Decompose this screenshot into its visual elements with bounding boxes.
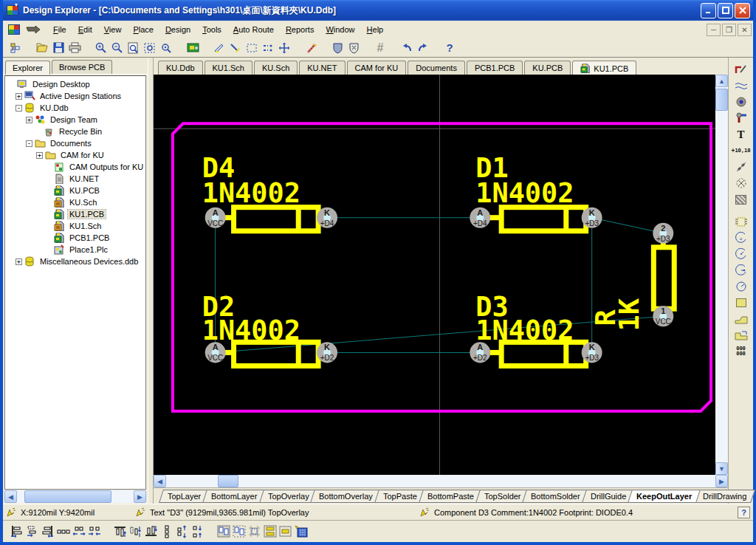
comment-r[interactable]: 1K [614,298,646,331]
arrange-components-icon[interactable] [262,524,278,540]
component-d4[interactable] [221,208,324,231]
tab-browse-pcb[interactable]: Browse PCB [52,60,112,74]
place-room-icon[interactable] [278,524,293,540]
menu-tools[interactable]: Tools [196,23,227,36]
menu-place[interactable]: Place [127,23,159,36]
component-d1[interactable] [486,208,591,231]
mdi-minimize-button[interactable]: ─ [707,24,721,36]
scroll-right-arrow[interactable]: ▶ [715,475,728,487]
zoom-in-icon[interactable] [93,40,109,55]
tree-item-recycle-bin[interactable]: Recycle Bin [5,126,145,137]
tab-explorer[interactable]: Explorer [5,61,50,75]
doctab-ku-sch[interactable]: KU.Sch [254,61,298,75]
place-pad-icon[interactable] [732,95,750,109]
tree-item-pcb1-pcb[interactable]: PCB1.PCB [5,232,145,244]
place-track-icon[interactable] [732,62,750,77]
tree-item-active-design-stations[interactable]: +Active Design Stations [5,90,145,102]
layer-tab-bottompaste[interactable]: BottomPaste [419,490,483,503]
tree-item-ku1-sch[interactable]: KU1.Sch [5,220,145,232]
space-horizontal-equal-icon[interactable] [55,524,71,540]
shield-filled-icon[interactable] [329,40,346,55]
mdi-restore-button[interactable]: ❐ [722,24,736,36]
pad-d3-k[interactable]: K+D3 [582,342,602,363]
move-to-grid-icon[interactable] [247,524,262,540]
canvas-vertical-scrollbar[interactable]: ▲ ▼ [715,75,728,475]
layer-tab-toppaste[interactable]: TopPaste [374,490,426,503]
arrange-outside-room-icon[interactable] [231,524,247,540]
place-fill-icon[interactable] [732,295,750,310]
comment-d2[interactable]: 1N4002 [202,315,300,346]
tree-item-ku-net[interactable]: KU.NET [5,173,145,185]
tree-item-design-team[interactable]: +Design Team [5,114,145,126]
comment-d1[interactable]: 1N4002 [475,177,574,209]
align-top-icon[interactable] [112,524,128,540]
layer-tab-bottomsolder[interactable]: BottomSolder [523,490,590,503]
menu-view[interactable]: View [98,23,128,36]
scroll-left-arrow[interactable]: ◀ [154,475,166,487]
zoom-document-icon[interactable] [126,40,142,55]
arrange-within-room-icon[interactable] [216,524,231,540]
space-horizontal-decrease-icon[interactable] [86,524,102,540]
place-arc-edge-icon[interactable] [732,78,750,93]
tree-item-documents[interactable]: -Documents [5,137,145,149]
zoom-point-icon[interactable] [158,40,174,55]
context-help-icon[interactable]: ? [738,507,750,518]
align-horizontal-center-icon[interactable] [24,524,40,540]
pad-d4-k[interactable]: K+D4 [317,208,337,228]
pad-d4-a[interactable]: AVCC [205,208,226,228]
tree-item-ku-ddb[interactable]: -KU.Ddb [5,102,145,114]
menu-help[interactable]: Help [361,23,390,36]
space-horizontal-increase-icon[interactable] [71,524,86,540]
edit-arc-angle-icon[interactable] [732,263,750,278]
pad-d1-k[interactable]: K+D3 [582,208,602,228]
tree-item-ku-pcb[interactable]: KU.PCB [5,185,145,196]
layer-tab-keepoutlayer[interactable]: KeepOutLayer [628,490,701,503]
paste-special-icon[interactable] [732,328,750,343]
place-fill-hatched-icon[interactable] [732,192,750,207]
menu-reports[interactable]: Reports [280,23,320,36]
space-vertical-decrease-icon[interactable] [190,524,205,540]
doctab-cam-for-ku[interactable]: CAM for KU [347,61,407,75]
doctab-ku-pcb[interactable]: KU.PCB [524,61,571,75]
select-area-icon[interactable] [244,40,260,55]
shield-outline-icon[interactable] [346,40,362,55]
zoom-area-icon[interactable] [142,40,158,55]
design-explorer-arrow-icon[interactable] [24,23,43,36]
magic-wand-icon[interactable] [303,40,319,55]
tree-item-place1-plc[interactable]: Place1.Plc [5,244,145,256]
pad-d1-a[interactable]: A+D4 [470,208,490,228]
maximize-button[interactable] [718,3,733,18]
align-bottom-icon[interactable] [143,524,159,540]
place-component-icon[interactable] [732,214,750,229]
align-right-icon[interactable] [40,524,55,540]
close-button[interactable] [735,3,750,18]
print-icon[interactable] [66,40,83,55]
edit-arc-center-icon[interactable] [732,247,750,261]
grid-toggle-icon[interactable]: # [372,40,388,55]
tree-horizontal-scrollbar[interactable]: ◀ ▶ [4,490,146,503]
scroll-right-arrow[interactable]: ▶ [134,490,146,503]
tree-item-ku1-pcb[interactable]: KU1.PCB [5,208,145,220]
scroll-left-arrow[interactable]: ◀ [4,490,17,503]
place-dimension-icon[interactable] [732,160,750,174]
space-vertical-increase-icon[interactable] [174,524,190,540]
redo-icon[interactable] [415,40,431,55]
place-array-icon[interactable]: 000000 [732,344,750,359]
place-full-circle-icon[interactable] [732,279,750,294]
break-track-icon[interactable] [260,40,276,55]
doctab-ku1-sch[interactable]: KU1.Sch [205,61,252,75]
scroll-thumb[interactable] [24,490,111,503]
layer-tab-bottomoverlay[interactable]: BottomOverlay [310,490,382,503]
layer-tab-topoverlay[interactable]: TopOverlay [259,490,317,503]
scroll-down-arrow[interactable]: ▼ [715,462,728,475]
menu-auto-route[interactable]: Auto Route [227,23,280,36]
pad-d2-k[interactable]: K+D2 [317,342,337,363]
doctab-ku-net[interactable]: KU.NET [299,61,345,75]
layer-tab-topsolder[interactable]: TopSolder [475,490,529,503]
help-icon[interactable]: ? [441,40,458,55]
space-vertical-equal-icon[interactable] [159,524,174,540]
align-left-icon[interactable] [9,524,24,540]
doctab-documents[interactable]: Documents [408,61,465,75]
menu-window[interactable]: Window [320,23,360,36]
tree-item-miscellaneous-devices[interactable]: +Miscellaneous Devices.ddb [5,256,145,267]
